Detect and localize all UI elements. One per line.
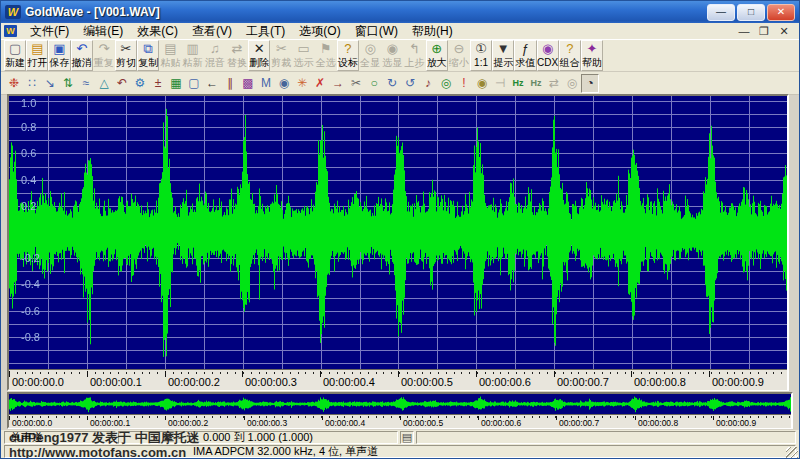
- button-label: 上步: [404, 57, 424, 69]
- group-button[interactable]: ?组合: [559, 40, 581, 71]
- menu-options[interactable]: 选项(O): [292, 23, 347, 40]
- volume-icon[interactable]: ◎: [437, 74, 455, 93]
- menu-window[interactable]: 窗口(W): [348, 23, 405, 40]
- mdi-close-button[interactable]: ✕: [777, 25, 791, 38]
- major-tick: [165, 371, 166, 377]
- mdi-minimize-button[interactable]: —: [737, 25, 751, 38]
- tips-icon: ▼: [497, 41, 510, 57]
- speed-icon[interactable]: ◔: [581, 74, 599, 93]
- new-button[interactable]: ▢新建: [4, 40, 26, 71]
- major-tick: [322, 416, 323, 420]
- time-axis[interactable]: 00:00:00.000:00:00.100:00:00.200:00:00.3…: [9, 369, 787, 390]
- main-toolbar: ▢新建▤打开▣保存↶撤消↷重复✂剪切⧉复制▤粘贴▥粘新♫混音⇄替换✕删除✂剪裁▭…: [1, 39, 799, 72]
- close-button[interactable]: ✕: [767, 4, 795, 21]
- menu-file[interactable]: 文件(F): [23, 23, 76, 40]
- menu-view[interactable]: 查看(V): [185, 23, 239, 40]
- offset-icon[interactable]: ±: [149, 74, 167, 93]
- filter-icon[interactable]: ≈: [77, 74, 95, 93]
- y-axis-label: -0.4: [21, 278, 40, 290]
- redo-button: ↷重复: [93, 40, 115, 71]
- mechanize-icon[interactable]: ⚙: [131, 74, 149, 93]
- status-bar: 单声道 0.000 到 1.000 (1.000) ▤ IMA ADPCM 32…: [1, 430, 799, 459]
- match-volume-icon[interactable]: ◉: [473, 74, 491, 93]
- parametric-eq-icon[interactable]: ▦: [167, 74, 185, 93]
- y-axis-label: 0.2: [21, 200, 36, 212]
- select-view-button: ▭选示: [292, 40, 314, 71]
- menu-effects[interactable]: 效果(C): [130, 23, 185, 40]
- reverse-icon[interactable]: ←: [203, 74, 221, 93]
- document-icon[interactable]: W: [4, 25, 17, 37]
- delete-button[interactable]: ✕删除: [248, 40, 270, 71]
- doppler-icon[interactable]: ❉: [5, 74, 23, 93]
- set-marker-button[interactable]: ?设标: [337, 40, 359, 71]
- app-icon[interactable]: W: [5, 5, 21, 19]
- transpose-icon[interactable]: M: [257, 74, 275, 93]
- time-label: 00:00:00.4: [323, 376, 375, 388]
- clipboard-icon: ▤: [400, 431, 414, 444]
- fade-in-icon[interactable]: ↻: [383, 74, 401, 93]
- button-label: 帮助: [582, 57, 602, 69]
- waveform-display[interactable]: [9, 96, 787, 369]
- silence-icon[interactable]: ▢: [185, 74, 203, 93]
- cut-icon: ✂: [121, 41, 132, 57]
- smoother-icon[interactable]: ∥: [221, 74, 239, 93]
- playback-rate-icon[interactable]: Hz: [509, 74, 527, 93]
- time-warp-icon[interactable]: ▩: [239, 74, 257, 93]
- help-button[interactable]: ✦帮助: [581, 40, 603, 71]
- cut-button[interactable]: ✂剪切: [115, 40, 137, 71]
- evaluate-button[interactable]: ƒ求值: [514, 40, 536, 71]
- cdx-button[interactable]: ◉CDX: [537, 40, 559, 71]
- group-icon: ?: [566, 41, 573, 57]
- minimize-button[interactable]: —: [707, 4, 735, 21]
- pan-icon[interactable]: ○: [365, 74, 383, 93]
- undo-button[interactable]: ↶撤消: [71, 40, 93, 71]
- overview-waveform[interactable]: [9, 394, 791, 414]
- save-button[interactable]: ▣保存: [48, 40, 70, 71]
- status-selection: 0.000 到 1.000 (1.000): [118, 431, 398, 444]
- button-label: 提示: [493, 57, 513, 69]
- noise-reduction-icon[interactable]: ✗: [311, 74, 329, 93]
- invert-icon[interactable]: ↶: [113, 74, 131, 93]
- tips-button[interactable]: ▼提示: [492, 40, 514, 71]
- menu-help[interactable]: 帮助(H): [405, 23, 460, 40]
- copy-button[interactable]: ⧉复制: [137, 40, 159, 71]
- resample-icon[interactable]: ✳: [293, 74, 311, 93]
- menu-edit[interactable]: 编辑(E): [76, 23, 130, 40]
- zoom-1-1-button[interactable]: ①1:1: [470, 40, 492, 71]
- open-button[interactable]: ▤打开: [26, 40, 48, 71]
- major-tick: [165, 416, 166, 420]
- overview-time-axis[interactable]: 00:00:00.000:00:00.100:00:00.200:00:00.3…: [9, 414, 791, 428]
- shape-volume-icon[interactable]: ♪: [419, 74, 437, 93]
- flanger-icon[interactable]: △: [95, 74, 113, 93]
- replace-icon: ⇄: [232, 41, 243, 57]
- major-tick: [400, 416, 401, 420]
- maximize-button[interactable]: □: [737, 4, 765, 21]
- menu-tools[interactable]: 工具(T): [239, 23, 292, 40]
- y-axis-label: -0.6: [21, 305, 40, 317]
- button-label: 粘新: [183, 57, 203, 69]
- status-extra: [416, 431, 796, 444]
- y-axis-label: 0.4: [21, 174, 36, 186]
- major-tick: [9, 371, 10, 377]
- resample-rate-icon[interactable]: Hz: [527, 74, 545, 93]
- previous-zoom-icon: ↰: [409, 41, 420, 57]
- resize-grip[interactable]: [786, 447, 798, 459]
- expander-icon[interactable]: ⇅: [59, 74, 77, 93]
- trim-silence-icon[interactable]: ✂: [347, 74, 365, 93]
- echo-icon[interactable]: ↘: [41, 74, 59, 93]
- max-volume-icon[interactable]: !: [455, 74, 473, 93]
- shift-icon[interactable]: →: [329, 74, 347, 93]
- button-label: 剪切: [116, 57, 136, 69]
- pitch-icon[interactable]: ◉: [275, 74, 293, 93]
- zoom-in-button[interactable]: ⊕放大: [426, 40, 448, 71]
- time-label: 00:00:00.9: [716, 418, 756, 428]
- button-label: 全选: [316, 57, 336, 69]
- mdi-restore-button[interactable]: ❐: [757, 25, 771, 38]
- select-all-button: ⚑全选: [315, 40, 337, 71]
- dynamics-icon[interactable]: ∷: [23, 74, 41, 93]
- major-tick: [556, 416, 557, 420]
- mute-icon: ◎: [563, 74, 581, 93]
- major-tick: [554, 371, 555, 377]
- fade-out-icon[interactable]: ↺: [401, 74, 419, 93]
- button-label: 选示: [294, 57, 314, 69]
